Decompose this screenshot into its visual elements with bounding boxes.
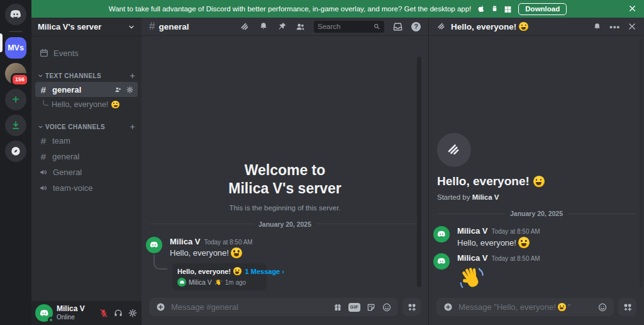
channel-row-general-2[interactable]: # general xyxy=(35,149,138,164)
member-list-button[interactable] xyxy=(295,21,306,32)
emoji-picker-button[interactable] xyxy=(597,302,608,312)
chat-scrollbar[interactable] xyxy=(417,57,421,287)
gif-picker-button[interactable]: GIF xyxy=(348,303,360,312)
download-button[interactable]: Download xyxy=(518,3,567,15)
mention-count-badge: 156 xyxy=(11,73,29,86)
invite-people-icon[interactable] xyxy=(114,86,122,94)
date-divider: January 20, 2025 xyxy=(438,210,635,217)
thread-title: Hello, everyone! xyxy=(437,174,644,188)
help-button[interactable]: ? xyxy=(411,22,421,31)
channel-sidebar: Milica V's server Events TEXT CHANNELS + xyxy=(31,18,142,325)
hash-icon: # xyxy=(149,20,155,33)
channel-name: General xyxy=(53,168,82,177)
message-list: Welcome to Milica V's server This is the… xyxy=(142,36,428,295)
dm-avatar-button[interactable]: 156 xyxy=(5,63,26,84)
chevron-down-icon xyxy=(38,73,43,79)
voice-channels-label: VOICE CHANNELS xyxy=(45,123,105,130)
mute-microphone-button[interactable] xyxy=(99,308,109,318)
discord-logo-icon xyxy=(436,229,447,239)
attach-plus-icon[interactable] xyxy=(443,302,453,312)
gift-button[interactable] xyxy=(333,302,343,312)
voice-channels-category[interactable]: VOICE CHANNELS + xyxy=(35,122,138,132)
gear-icon xyxy=(128,308,138,318)
thread-scrollbar[interactable] xyxy=(640,39,643,287)
thread-composer[interactable]: Message "Hello, everyone! " xyxy=(436,298,614,316)
user-info[interactable]: Milica V Online xyxy=(57,305,85,321)
message-composer[interactable]: Message #general GIF xyxy=(149,298,398,316)
attach-plus-icon[interactable] xyxy=(155,302,166,312)
message-author[interactable]: Milica V xyxy=(170,237,200,246)
download-apps-button[interactable] xyxy=(5,115,26,136)
message-timestamp: Today at 8:50 AM xyxy=(491,228,540,235)
discord-logo-icon xyxy=(9,8,23,21)
add-server-button[interactable]: + xyxy=(5,89,26,110)
explore-servers-button[interactable] xyxy=(5,140,26,162)
message-avatar[interactable] xyxy=(433,226,450,242)
voice-channel-row-general[interactable]: General xyxy=(35,164,138,180)
date-divider: January 20, 2025 xyxy=(150,220,419,228)
apps-button[interactable] xyxy=(402,298,421,316)
search-input[interactable]: Search xyxy=(314,21,384,33)
channel-row-team[interactable]: # team xyxy=(35,133,138,148)
create-channel-button[interactable]: + xyxy=(130,71,135,81)
bell-icon xyxy=(592,22,602,31)
apps-icon xyxy=(407,302,417,312)
message-author[interactable]: Milica V xyxy=(457,253,487,263)
user-avatar[interactable] xyxy=(35,304,53,322)
thread-message-list: Hello, everyone! Started by Milica V Jan… xyxy=(429,36,644,295)
thread-row-hello-everyone[interactable]: Hello, everyone! xyxy=(40,98,138,111)
home-button[interactable] xyxy=(5,4,26,25)
thread-close-button[interactable] xyxy=(628,22,636,31)
emoji-picker-button[interactable] xyxy=(382,302,392,312)
message-timestamp: Today at 8:50 AM xyxy=(491,255,540,262)
message-text: Hello, everyone! xyxy=(170,248,253,259)
pinned-messages-button[interactable] xyxy=(277,21,287,31)
thread-message-1: Milica V Today at 8:50 AM Hello, everyon… xyxy=(429,221,644,248)
gear-icon[interactable] xyxy=(126,86,134,94)
threads-icon xyxy=(240,21,250,32)
voice-channel-row-team-voice[interactable]: team-voice xyxy=(35,180,138,195)
thread-more-button[interactable]: ••• xyxy=(609,22,620,31)
chevron-down-icon xyxy=(128,23,135,31)
notifications-button[interactable] xyxy=(258,21,269,31)
welcome-title: Welcome to Milica V's server xyxy=(142,161,428,198)
grinning-emoji xyxy=(111,101,119,109)
thread-header-title: Hello, everyone! xyxy=(451,22,516,31)
create-voice-channel-button[interactable]: + xyxy=(130,122,135,132)
text-channels-category[interactable]: TEXT CHANNELS + xyxy=(35,71,138,81)
channel-row-general[interactable]: # general xyxy=(35,82,138,97)
channel-name: team xyxy=(52,136,70,145)
banner-close-button[interactable] xyxy=(628,4,636,13)
user-settings-button[interactable] xyxy=(128,308,138,318)
apple-icon xyxy=(477,4,486,13)
compass-icon xyxy=(9,145,22,157)
sticker-picker-button[interactable] xyxy=(366,302,376,312)
grinning-emoji xyxy=(518,237,530,248)
speaker-icon xyxy=(39,168,48,177)
deafen-button[interactable] xyxy=(113,308,123,318)
thread-notifications-button[interactable] xyxy=(592,22,602,31)
inbox-button[interactable] xyxy=(392,21,403,32)
channel-name: general xyxy=(52,85,81,94)
message-text: Hello, everyone! xyxy=(457,237,540,248)
search-placeholder: Search xyxy=(318,23,340,30)
server-button-mvs[interactable]: MVs xyxy=(5,37,26,59)
thread-name: Hello, everyone! xyxy=(52,100,108,109)
apps-button[interactable] xyxy=(618,298,636,316)
hash-icon: # xyxy=(39,84,48,95)
message-avatar[interactable] xyxy=(146,237,162,253)
message-avatar[interactable] xyxy=(433,253,450,270)
grinning-emoji xyxy=(558,303,566,311)
events-row[interactable]: Events xyxy=(35,45,138,60)
thread-preview-card[interactable]: Hello, everyone! 1 Message › Milica V 1m… xyxy=(172,263,267,290)
thread-message-2: Milica V Today at 8:50 AM xyxy=(429,248,644,293)
message-author[interactable]: Milica V xyxy=(457,226,487,236)
threads-button[interactable] xyxy=(240,21,250,32)
calendar-icon xyxy=(39,48,49,58)
user-status: Online xyxy=(57,314,85,321)
server-header-dropdown[interactable]: Milica V's server xyxy=(31,18,142,37)
thread-message-count-link[interactable]: 1 Message › xyxy=(245,268,284,275)
message-timestamp: Today at 8:50 AM xyxy=(204,239,252,246)
events-label: Events xyxy=(53,48,79,58)
wave-emoji xyxy=(214,278,223,287)
